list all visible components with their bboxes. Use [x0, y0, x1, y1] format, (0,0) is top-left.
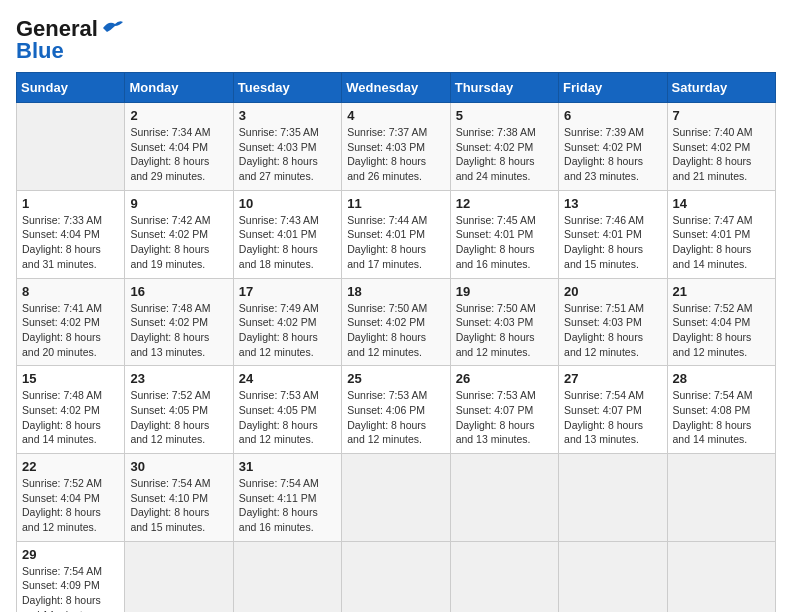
calendar-week-row: 1Sunrise: 7:33 AMSunset: 4:04 PMDaylight…	[17, 190, 776, 278]
calendar-week-row: 15Sunrise: 7:48 AMSunset: 4:02 PMDayligh…	[17, 366, 776, 454]
day-info: Sunrise: 7:54 AMSunset: 4:10 PMDaylight:…	[130, 476, 227, 535]
day-info: Sunrise: 7:53 AMSunset: 4:07 PMDaylight:…	[456, 388, 553, 447]
day-info: Sunrise: 7:53 AMSunset: 4:06 PMDaylight:…	[347, 388, 444, 447]
calendar-cell: 9Sunrise: 7:42 AMSunset: 4:02 PMDaylight…	[125, 190, 233, 278]
day-info: Sunrise: 7:39 AMSunset: 4:02 PMDaylight:…	[564, 125, 661, 184]
day-info: Sunrise: 7:50 AMSunset: 4:03 PMDaylight:…	[456, 301, 553, 360]
day-number: 11	[347, 196, 444, 211]
day-number: 15	[22, 371, 119, 386]
calendar-cell	[667, 541, 775, 612]
day-number: 20	[564, 284, 661, 299]
day-info: Sunrise: 7:40 AMSunset: 4:02 PMDaylight:…	[673, 125, 770, 184]
day-info: Sunrise: 7:48 AMSunset: 4:02 PMDaylight:…	[22, 388, 119, 447]
day-info: Sunrise: 7:53 AMSunset: 4:05 PMDaylight:…	[239, 388, 336, 447]
calendar-cell: 29Sunrise: 7:54 AMSunset: 4:09 PMDayligh…	[17, 541, 125, 612]
calendar-cell: 15Sunrise: 7:48 AMSunset: 4:02 PMDayligh…	[17, 366, 125, 454]
day-number: 29	[22, 547, 119, 562]
calendar-cell	[667, 454, 775, 542]
day-number: 22	[22, 459, 119, 474]
day-info: Sunrise: 7:54 AMSunset: 4:09 PMDaylight:…	[22, 564, 119, 612]
calendar-cell: 27Sunrise: 7:54 AMSunset: 4:07 PMDayligh…	[559, 366, 667, 454]
day-of-week-header: Monday	[125, 73, 233, 103]
day-info: Sunrise: 7:44 AMSunset: 4:01 PMDaylight:…	[347, 213, 444, 272]
day-number: 24	[239, 371, 336, 386]
calendar-week-row: 29Sunrise: 7:54 AMSunset: 4:09 PMDayligh…	[17, 541, 776, 612]
calendar-cell	[559, 541, 667, 612]
day-number: 25	[347, 371, 444, 386]
calendar-cell: 5Sunrise: 7:38 AMSunset: 4:02 PMDaylight…	[450, 103, 558, 191]
days-of-week-row: SundayMondayTuesdayWednesdayThursdayFrid…	[17, 73, 776, 103]
calendar-cell	[233, 541, 341, 612]
day-number: 2	[130, 108, 227, 123]
day-number: 26	[456, 371, 553, 386]
day-number: 17	[239, 284, 336, 299]
calendar-week-row: 2Sunrise: 7:34 AMSunset: 4:04 PMDaylight…	[17, 103, 776, 191]
calendar-cell: 11Sunrise: 7:44 AMSunset: 4:01 PMDayligh…	[342, 190, 450, 278]
day-number: 4	[347, 108, 444, 123]
day-number: 23	[130, 371, 227, 386]
calendar-cell: 4Sunrise: 7:37 AMSunset: 4:03 PMDaylight…	[342, 103, 450, 191]
day-info: Sunrise: 7:52 AMSunset: 4:04 PMDaylight:…	[22, 476, 119, 535]
day-info: Sunrise: 7:33 AMSunset: 4:04 PMDaylight:…	[22, 213, 119, 272]
day-info: Sunrise: 7:38 AMSunset: 4:02 PMDaylight:…	[456, 125, 553, 184]
day-info: Sunrise: 7:52 AMSunset: 4:04 PMDaylight:…	[673, 301, 770, 360]
logo-blue: Blue	[16, 38, 64, 64]
calendar-cell: 1Sunrise: 7:33 AMSunset: 4:04 PMDaylight…	[17, 190, 125, 278]
calendar-week-row: 22Sunrise: 7:52 AMSunset: 4:04 PMDayligh…	[17, 454, 776, 542]
day-info: Sunrise: 7:54 AMSunset: 4:11 PMDaylight:…	[239, 476, 336, 535]
logo-bird-icon	[101, 18, 123, 36]
day-number: 16	[130, 284, 227, 299]
calendar-cell: 13Sunrise: 7:46 AMSunset: 4:01 PMDayligh…	[559, 190, 667, 278]
calendar-cell	[559, 454, 667, 542]
calendar-cell: 28Sunrise: 7:54 AMSunset: 4:08 PMDayligh…	[667, 366, 775, 454]
calendar-cell: 17Sunrise: 7:49 AMSunset: 4:02 PMDayligh…	[233, 278, 341, 366]
day-of-week-header: Saturday	[667, 73, 775, 103]
day-of-week-header: Tuesday	[233, 73, 341, 103]
day-info: Sunrise: 7:35 AMSunset: 4:03 PMDaylight:…	[239, 125, 336, 184]
calendar-cell: 23Sunrise: 7:52 AMSunset: 4:05 PMDayligh…	[125, 366, 233, 454]
day-of-week-header: Friday	[559, 73, 667, 103]
calendar-cell: 8Sunrise: 7:41 AMSunset: 4:02 PMDaylight…	[17, 278, 125, 366]
calendar-table: SundayMondayTuesdayWednesdayThursdayFrid…	[16, 72, 776, 612]
calendar-cell: 18Sunrise: 7:50 AMSunset: 4:02 PMDayligh…	[342, 278, 450, 366]
calendar-cell: 30Sunrise: 7:54 AMSunset: 4:10 PMDayligh…	[125, 454, 233, 542]
day-number: 18	[347, 284, 444, 299]
day-info: Sunrise: 7:52 AMSunset: 4:05 PMDaylight:…	[130, 388, 227, 447]
day-info: Sunrise: 7:45 AMSunset: 4:01 PMDaylight:…	[456, 213, 553, 272]
day-of-week-header: Sunday	[17, 73, 125, 103]
day-info: Sunrise: 7:47 AMSunset: 4:01 PMDaylight:…	[673, 213, 770, 272]
calendar-cell: 22Sunrise: 7:52 AMSunset: 4:04 PMDayligh…	[17, 454, 125, 542]
calendar-cell	[342, 541, 450, 612]
day-info: Sunrise: 7:54 AMSunset: 4:07 PMDaylight:…	[564, 388, 661, 447]
calendar-cell: 16Sunrise: 7:48 AMSunset: 4:02 PMDayligh…	[125, 278, 233, 366]
header: General Blue	[16, 16, 776, 64]
calendar-cell: 19Sunrise: 7:50 AMSunset: 4:03 PMDayligh…	[450, 278, 558, 366]
calendar-cell: 6Sunrise: 7:39 AMSunset: 4:02 PMDaylight…	[559, 103, 667, 191]
day-number: 6	[564, 108, 661, 123]
calendar-cell: 26Sunrise: 7:53 AMSunset: 4:07 PMDayligh…	[450, 366, 558, 454]
day-info: Sunrise: 7:41 AMSunset: 4:02 PMDaylight:…	[22, 301, 119, 360]
day-number: 27	[564, 371, 661, 386]
calendar-cell	[450, 454, 558, 542]
day-number: 9	[130, 196, 227, 211]
calendar-cell: 25Sunrise: 7:53 AMSunset: 4:06 PMDayligh…	[342, 366, 450, 454]
logo: General Blue	[16, 16, 123, 64]
calendar-cell: 14Sunrise: 7:47 AMSunset: 4:01 PMDayligh…	[667, 190, 775, 278]
day-number: 14	[673, 196, 770, 211]
day-number: 8	[22, 284, 119, 299]
day-info: Sunrise: 7:51 AMSunset: 4:03 PMDaylight:…	[564, 301, 661, 360]
day-number: 21	[673, 284, 770, 299]
calendar-cell: 10Sunrise: 7:43 AMSunset: 4:01 PMDayligh…	[233, 190, 341, 278]
day-info: Sunrise: 7:34 AMSunset: 4:04 PMDaylight:…	[130, 125, 227, 184]
calendar-week-row: 8Sunrise: 7:41 AMSunset: 4:02 PMDaylight…	[17, 278, 776, 366]
calendar-cell: 12Sunrise: 7:45 AMSunset: 4:01 PMDayligh…	[450, 190, 558, 278]
calendar-cell: 31Sunrise: 7:54 AMSunset: 4:11 PMDayligh…	[233, 454, 341, 542]
calendar-cell: 7Sunrise: 7:40 AMSunset: 4:02 PMDaylight…	[667, 103, 775, 191]
calendar-cell: 20Sunrise: 7:51 AMSunset: 4:03 PMDayligh…	[559, 278, 667, 366]
day-info: Sunrise: 7:42 AMSunset: 4:02 PMDaylight:…	[130, 213, 227, 272]
calendar-cell	[17, 103, 125, 191]
day-info: Sunrise: 7:54 AMSunset: 4:08 PMDaylight:…	[673, 388, 770, 447]
day-number: 3	[239, 108, 336, 123]
day-number: 31	[239, 459, 336, 474]
day-of-week-header: Wednesday	[342, 73, 450, 103]
